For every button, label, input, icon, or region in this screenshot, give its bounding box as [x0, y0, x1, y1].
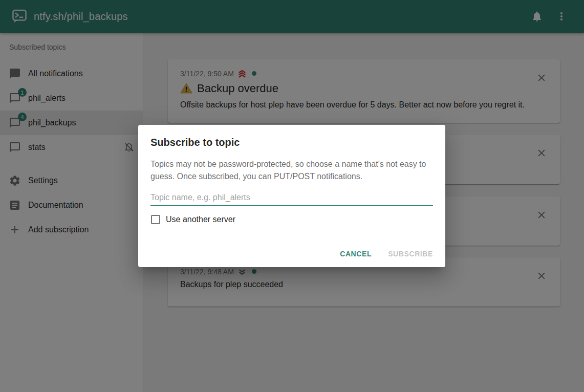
- topic-name-input[interactable]: [150, 189, 433, 206]
- subscribe-button[interactable]: SUBSCRIBE: [380, 245, 441, 263]
- use-another-server-row[interactable]: Use another server: [150, 215, 433, 224]
- subscribe-dialog: Subscribe to topic Topics may not be pas…: [138, 125, 445, 267]
- use-another-server-checkbox[interactable]: [151, 215, 160, 224]
- dialog-actions: CANCEL SUBSCRIBE: [332, 245, 441, 263]
- use-another-server-label: Use another server: [166, 215, 235, 224]
- dialog-title: Subscribe to topic: [138, 125, 445, 148]
- cancel-button[interactable]: CANCEL: [332, 245, 380, 263]
- dialog-description: Topics may not be password-protected, so…: [138, 148, 445, 183]
